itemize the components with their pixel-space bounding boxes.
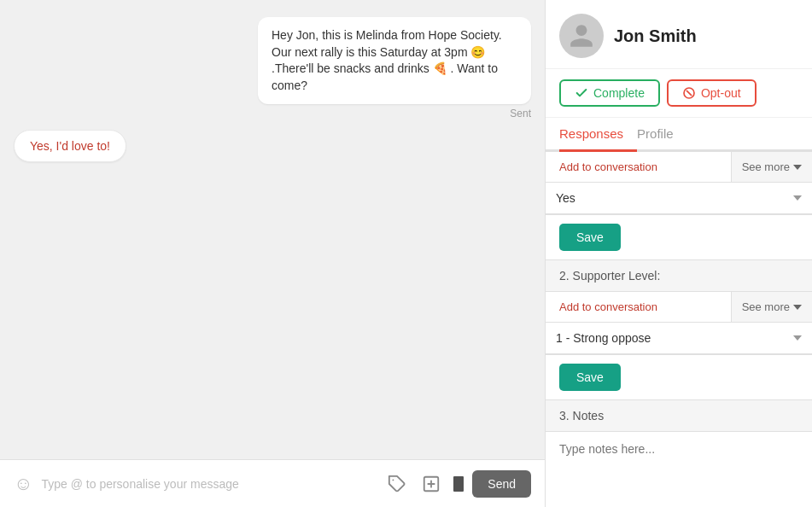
outgoing-message: Hey Jon, this is Melinda from Hope Socie…	[258, 17, 531, 119]
add-to-conversation-label-2[interactable]: Add to conversation	[546, 292, 731, 322]
contact-name: Jon Smith	[614, 26, 697, 46]
tab-responses[interactable]: Responses	[559, 118, 637, 152]
incoming-bubble: Yes, I'd love to!	[14, 130, 126, 162]
yes-no-dropdown-wrapper: Yes No Maybe	[546, 183, 812, 215]
incoming-message: Yes, I'd love to!	[14, 130, 126, 162]
supporter-level-dropdown[interactable]: 1 - Strong oppose 2 - Lean oppose 3 - Ne…	[546, 323, 812, 354]
chat-placeholder: Type @ to personalise your message	[41, 477, 375, 491]
save-button-1[interactable]: Save	[559, 224, 621, 251]
responses-section: Add to conversation See more Yes No Mayb…	[546, 152, 812, 486]
complete-label: Complete	[593, 86, 645, 100]
sent-label: Sent	[258, 108, 531, 119]
yes-no-dropdown[interactable]: Yes No Maybe	[546, 183, 812, 214]
section-2-header: 2. Supporter Level:	[546, 259, 812, 292]
avatar	[559, 14, 604, 58]
chat-panel: Hey Jon, this is Melinda from Hope Socie…	[0, 0, 545, 507]
section-3-header: 3. Notes	[546, 399, 812, 432]
contact-header: Jon Smith	[546, 0, 812, 69]
chat-input-bar: ☺ Type @ to personalise your message	[0, 459, 545, 507]
add-message-icon-button[interactable]	[418, 470, 445, 498]
outgoing-bubble: Hey Jon, this is Melinda from Hope Socie…	[258, 17, 531, 104]
chat-action-icons	[383, 470, 464, 498]
svg-line-5	[686, 90, 691, 95]
emoji-icon[interactable]: ☺	[14, 473, 32, 495]
optout-button[interactable]: Opt-out	[667, 79, 757, 107]
chat-messages: Hey Jon, this is Melinda from Hope Socie…	[0, 0, 545, 459]
supporter-level-dropdown-wrapper: 1 - Strong oppose 2 - Lean oppose 3 - Ne…	[546, 323, 812, 355]
tag-icon-button[interactable]	[383, 470, 411, 498]
right-panel: Jon Smith Complete Opt-out Responses Pro…	[545, 0, 812, 507]
incoming-text: Yes, I'd love to!	[30, 139, 110, 153]
cursor-indicator	[453, 476, 464, 492]
see-more-button-2[interactable]: See more	[731, 292, 812, 322]
save-button-2[interactable]: Save	[559, 364, 621, 391]
tab-profile[interactable]: Profile	[637, 118, 687, 152]
send-button[interactable]: Send	[472, 470, 531, 498]
action-buttons: Complete Opt-out	[546, 69, 812, 118]
add-to-conversation-label[interactable]: Add to conversation	[546, 152, 731, 182]
optout-label: Opt-out	[701, 86, 741, 100]
conversation-area-2: Add to conversation See more	[546, 292, 812, 323]
complete-button[interactable]: Complete	[559, 79, 660, 107]
conversation-area: Add to conversation See more	[546, 152, 812, 183]
outgoing-text: Hey Jon, this is Melinda from Hope Socie…	[272, 28, 502, 92]
see-more-button[interactable]: See more	[731, 152, 812, 182]
notes-textarea[interactable]	[546, 432, 812, 483]
tabs-bar: Responses Profile	[546, 118, 812, 152]
